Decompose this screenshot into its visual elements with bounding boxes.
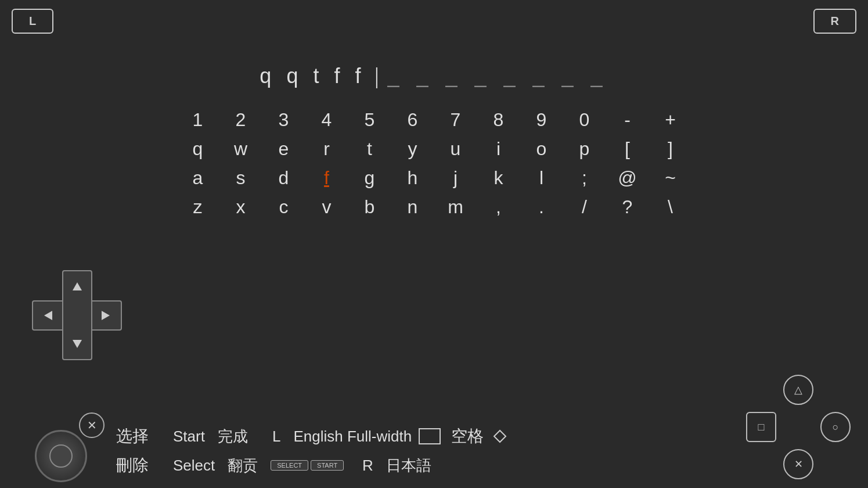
input-display: q q t f f _ _ _ _ _ _ _ _ [260, 64, 608, 88]
analog-x-area: ✕ [35, 412, 105, 482]
key-u[interactable]: u [445, 139, 466, 158]
svg-marker-2 [44, 311, 52, 320]
key-t[interactable]: t [359, 139, 380, 158]
l-shoulder-button[interactable]: L [12, 9, 53, 34]
face-buttons: △ □ ○ ✕ [746, 375, 851, 479]
svg-marker-0 [73, 282, 82, 290]
key-f[interactable]: f [316, 168, 337, 187]
key-tilde[interactable]: ~ [660, 168, 681, 187]
japanese-label: 日本語 [386, 455, 431, 476]
key-m[interactable]: m [445, 198, 466, 216]
select-label: Select [173, 457, 215, 475]
circle-button[interactable]: ○ [820, 412, 851, 442]
svg-marker-1 [73, 340, 82, 348]
key-h[interactable]: h [402, 168, 423, 187]
key-3[interactable]: 3 [273, 110, 294, 129]
mini-buttons-area: SELECT START [271, 460, 344, 471]
key-q[interactable]: q [188, 139, 208, 158]
space-icon [419, 428, 441, 444]
switch-label: English Full-width [293, 428, 412, 446]
triangle-icon: △ [794, 383, 802, 396]
key-comma[interactable]: , [488, 198, 509, 216]
l-label: L [272, 428, 280, 446]
cross-icon: ✕ [794, 458, 803, 471]
key-d[interactable]: d [273, 168, 294, 187]
svg-marker-3 [102, 311, 110, 320]
cross-button[interactable]: ✕ [783, 449, 813, 479]
mini-select-button[interactable]: SELECT [271, 460, 308, 471]
key-g[interactable]: g [359, 168, 380, 187]
dpad-up[interactable] [63, 273, 91, 301]
keyboard-row-numbers: 1 2 3 4 5 6 7 8 9 0 - + [188, 110, 681, 129]
circle-icon: ○ [833, 421, 839, 433]
key-0[interactable]: 0 [574, 110, 595, 129]
key-9[interactable]: 9 [531, 110, 552, 129]
bottom-label-row-2: 刪除 Select 翻贡 SELECT START R 日本語 [116, 454, 507, 476]
diamond-icon [493, 429, 507, 443]
mini-start-button[interactable]: START [311, 460, 344, 471]
key-z[interactable]: z [188, 198, 208, 216]
key-2[interactable]: 2 [230, 110, 251, 129]
delete-label: 刪除 [116, 454, 149, 476]
cursor [376, 67, 377, 88]
key-i[interactable]: i [488, 139, 509, 158]
key-e[interactable]: e [273, 139, 294, 158]
x-small-button[interactable]: ✕ [79, 412, 105, 438]
typed-text: q q t f f [260, 64, 365, 88]
complete-label: 完成 [218, 426, 248, 447]
svg-marker-4 [494, 430, 506, 442]
key-y[interactable]: y [402, 139, 423, 158]
translate-label: 翻贡 [228, 455, 258, 476]
key-x[interactable]: x [230, 198, 251, 216]
key-8[interactable]: 8 [488, 110, 509, 129]
key-s[interactable]: s [230, 168, 251, 187]
keyboard-row-asdf: a s d f g h j k l ; @ ~ [188, 168, 681, 187]
x-action-label: 选择 [116, 425, 149, 447]
key-v[interactable]: v [316, 198, 337, 216]
key-minus[interactable]: - [617, 110, 638, 129]
square-icon: □ [758, 421, 765, 433]
triangle-button[interactable]: △ [783, 375, 813, 405]
key-r[interactable]: r [316, 139, 337, 158]
keyboard-row-zxcv: z x c v b n m , . / ? \ [188, 198, 681, 216]
key-4[interactable]: 4 [316, 110, 337, 129]
key-at[interactable]: @ [617, 168, 638, 187]
key-7[interactable]: 7 [445, 110, 466, 129]
key-lbracket[interactable]: [ [617, 139, 638, 158]
key-a[interactable]: a [188, 168, 208, 187]
dpad-left[interactable] [35, 302, 63, 329]
key-period[interactable]: . [531, 198, 552, 216]
key-plus[interactable]: + [660, 110, 681, 129]
key-j[interactable]: j [445, 168, 466, 187]
key-rbracket[interactable]: ] [660, 139, 681, 158]
bottom-labels: 选择 Start 完成 L English Full-width 空格 刪除 S… [116, 425, 507, 476]
analog-stick[interactable] [35, 430, 87, 482]
space-text: 空格 [451, 425, 484, 447]
placeholder-text: _ _ _ _ _ _ _ _ [387, 64, 608, 88]
dpad [32, 270, 122, 360]
key-w[interactable]: w [230, 139, 251, 158]
key-6[interactable]: 6 [402, 110, 423, 129]
key-5[interactable]: 5 [359, 110, 380, 129]
key-l[interactable]: l [531, 168, 552, 187]
key-1[interactable]: 1 [188, 110, 208, 129]
key-slash[interactable]: / [574, 198, 595, 216]
keyboard-container: 1 2 3 4 5 6 7 8 9 0 - + q w e r t y u i … [188, 110, 681, 216]
dpad-right[interactable] [91, 302, 119, 329]
key-n[interactable]: n [402, 198, 423, 216]
dpad-down[interactable] [63, 329, 91, 357]
key-o[interactable]: o [531, 139, 552, 158]
key-semicolon[interactable]: ; [574, 168, 595, 187]
key-c[interactable]: c [273, 198, 294, 216]
key-k[interactable]: k [488, 168, 509, 187]
r-label: R [362, 457, 373, 475]
key-question[interactable]: ? [617, 198, 638, 216]
bottom-label-row-1: 选择 Start 完成 L English Full-width 空格 [116, 425, 507, 447]
key-backslash[interactable]: \ [660, 198, 681, 216]
square-button[interactable]: □ [746, 412, 776, 442]
key-p[interactable]: p [574, 139, 595, 158]
analog-stick-inner [49, 444, 73, 468]
r-shoulder-button[interactable]: R [813, 9, 856, 34]
key-b[interactable]: b [359, 198, 380, 216]
start-label: Start [173, 428, 205, 446]
